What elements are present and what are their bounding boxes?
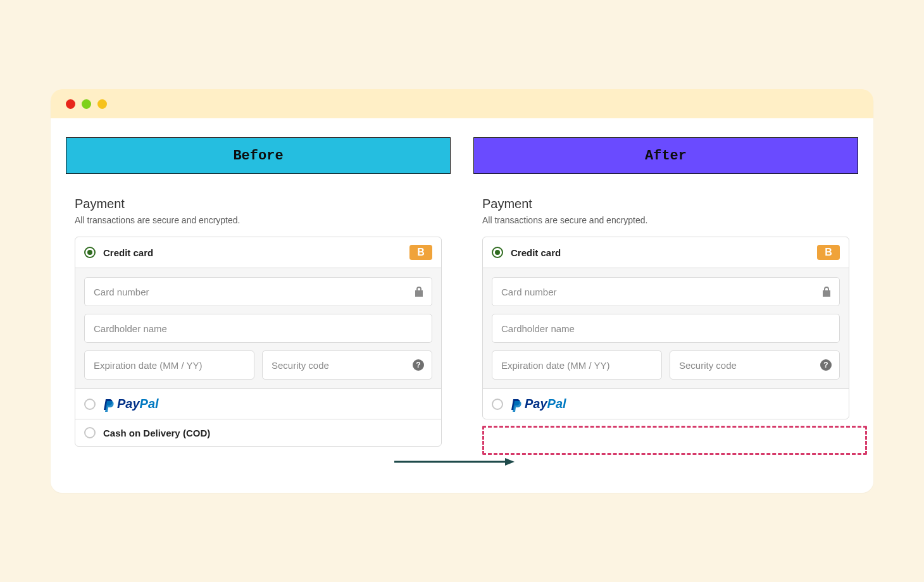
window-close-dot[interactable] [66,99,75,109]
svg-text:?: ? [823,361,828,369]
paypal-text-pal: Pal [140,397,159,411]
credit-card-label: Credit card [103,247,153,258]
paypal-radio[interactable] [492,399,503,410]
diff-arrow-icon [394,452,515,471]
payment-methods-card: Credit card B [75,237,442,447]
cod-radio[interactable] [84,427,96,438]
after-banner: After [473,137,858,174]
window-zoom-dot[interactable] [97,99,107,109]
credit-card-radio[interactable] [492,247,503,258]
cvv-input[interactable] [679,360,830,371]
cardholder-field[interactable] [84,314,432,343]
svg-marker-5 [505,458,515,466]
paypal-radio[interactable] [84,399,96,410]
after-column: After Payment All transactions are secur… [473,137,858,455]
credit-card-option[interactable]: Credit card B [483,237,849,268]
window-titlebar [51,89,873,118]
cardholder-field[interactable] [492,314,840,343]
card-number-input[interactable] [94,287,423,297]
removed-placeholder [482,426,867,455]
before-banner: Before [66,137,451,174]
credit-card-label: Credit card [511,247,561,258]
cvv-field[interactable]: ? [262,350,432,380]
cod-option[interactable]: Cash on Delivery (COD) [75,419,441,446]
payment-subtitle: All transactions are secure and encrypte… [482,215,858,225]
paypal-logo: PayPal [103,397,159,411]
card-number-field[interactable] [492,277,840,306]
payment-heading: Payment [75,197,451,211]
paypal-text-pay: Pay [525,397,547,411]
paypal-icon [103,398,115,411]
card-brand-badge: B [409,245,432,260]
paypal-icon [511,398,522,411]
cvv-input[interactable] [272,360,423,371]
browser-window: Before Payment All transactions are secu… [51,89,873,493]
cvv-field[interactable]: ? [670,350,840,380]
lock-icon [414,286,424,297]
card-form: ? [483,268,849,388]
payment-heading: Payment [482,197,858,211]
expiry-input[interactable] [501,360,652,371]
payment-methods-card: Credit card B [482,237,849,419]
content-area: Before Payment All transactions are secu… [51,118,873,493]
paypal-option[interactable]: PayPal [483,388,849,419]
lock-icon [821,286,832,297]
card-form: ? [75,268,441,388]
help-icon[interactable]: ? [820,359,832,371]
expiry-input[interactable] [94,360,245,371]
credit-card-radio[interactable] [84,247,96,258]
paypal-text-pay: Pay [117,397,140,411]
paypal-logo: PayPal [511,397,566,411]
cardholder-input[interactable] [94,323,423,334]
cardholder-input[interactable] [501,323,830,334]
expiry-field[interactable] [492,350,662,380]
paypal-option[interactable]: PayPal [75,388,441,419]
help-icon[interactable]: ? [413,359,424,371]
card-number-field[interactable] [84,277,432,306]
svg-text:?: ? [416,361,420,369]
credit-card-option[interactable]: Credit card B [75,237,441,268]
payment-subtitle: All transactions are secure and encrypte… [75,215,451,225]
expiry-field[interactable] [84,350,254,380]
before-column: Before Payment All transactions are secu… [66,137,451,455]
card-brand-badge: B [817,245,840,260]
cod-label: Cash on Delivery (COD) [103,428,210,438]
card-number-input[interactable] [501,287,830,297]
window-minimize-dot[interactable] [82,99,91,109]
paypal-text-pal: Pal [547,397,566,411]
